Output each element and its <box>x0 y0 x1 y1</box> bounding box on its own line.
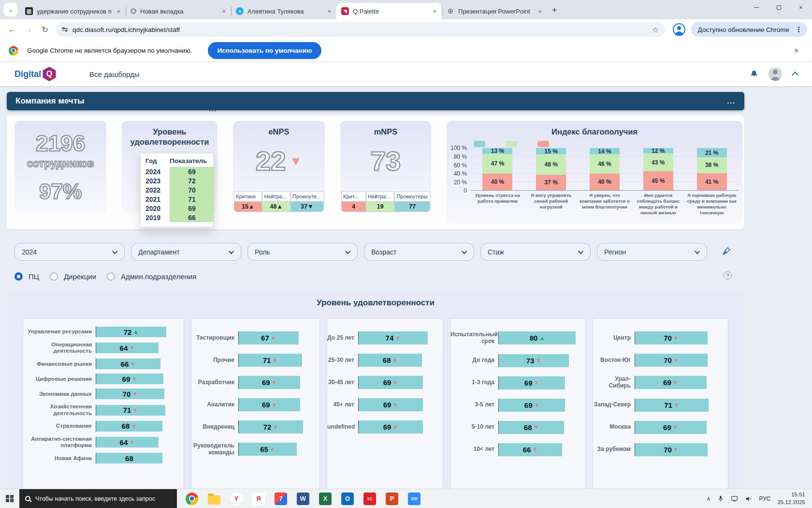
bar-label: 45+ лет <box>327 402 358 408</box>
window-maximize-icon[interactable] <box>768 0 790 15</box>
new-tab-button[interactable]: + <box>552 5 557 15</box>
filter-dropdown-4[interactable]: Стаж <box>480 243 591 261</box>
infobar-close-icon[interactable]: × <box>789 45 803 57</box>
panel-menu-icon[interactable]: ... <box>209 105 217 113</box>
taskbar-app-chrome[interactable] <box>181 489 203 508</box>
value-bar: 68▼ <box>359 354 422 367</box>
bar-value: 69 <box>524 379 533 387</box>
taskbar-app-ya[interactable]: Я <box>247 489 270 508</box>
filter-dropdown-2[interactable]: Роль <box>247 243 358 261</box>
mnps-title: mNPS <box>340 127 431 137</box>
bar-label: Москва <box>593 424 635 431</box>
powerpoint-icon: P <box>386 493 398 505</box>
value-bar: 74▼ <box>359 331 428 344</box>
browser-tab[interactable]: ◥Q.Palette× <box>336 3 442 19</box>
reload-icon[interactable]: ↻ <box>38 22 52 37</box>
filter-dropdown-5[interactable]: Регион <box>597 243 707 261</box>
radio-Дирекции[interactable] <box>50 272 58 281</box>
taskbar-app-colored-app[interactable]: 7 <box>270 489 292 508</box>
start-button[interactable] <box>0 489 19 508</box>
taskbar-app-excel[interactable]: X <box>314 489 336 508</box>
tab-close-icon[interactable]: × <box>536 8 543 15</box>
forward-icon[interactable]: → <box>21 22 36 37</box>
microphone-icon[interactable] <box>717 495 724 502</box>
nps-column-header: Крит... <box>341 191 366 202</box>
value-bar: 70▼ <box>635 443 708 456</box>
bar-row: Испытательный срок80▲ <box>450 331 585 345</box>
filter-dropdown-1[interactable]: Департамент <box>131 243 241 261</box>
bar-value: 72 <box>263 423 272 431</box>
nps-column-header: Нейтра... <box>366 191 394 202</box>
filter-dropdown-3[interactable]: Возраст <box>364 243 474 261</box>
x-label-slot: Я уверен, что компания заботится о моем … <box>578 193 632 216</box>
bar-label: 5-10 лет <box>450 424 498 431</box>
taskbar-app-explorer[interactable] <box>203 489 225 508</box>
bar-value: 72 <box>124 328 132 336</box>
year-cell: 2021 <box>145 194 170 204</box>
back-icon[interactable]: ← <box>5 22 19 37</box>
trend-down-icon: ▼ <box>272 357 278 364</box>
taskbar-search-input[interactable] <box>35 495 171 502</box>
set-default-button[interactable]: Использовать по умолчанию <box>208 42 322 59</box>
tab-close-icon[interactable]: × <box>431 8 438 15</box>
profile-icon[interactable] <box>673 23 685 36</box>
taskbar-app-word[interactable]: W <box>292 489 314 508</box>
tab-close-icon[interactable]: × <box>326 8 333 15</box>
chrome-logo-icon <box>9 46 18 56</box>
notifications-bell-icon[interactable]: 🔔︎ <box>750 70 758 78</box>
legend-swatch <box>506 141 517 147</box>
window-minimize-icon[interactable] <box>745 0 768 15</box>
tab-close-icon[interactable]: × <box>115 8 122 15</box>
tab-search-button[interactable]: ⌄ <box>4 3 17 16</box>
bookmark-star-icon[interactable]: ☆ <box>652 25 659 34</box>
user-avatar[interactable] <box>768 67 782 81</box>
filter-dropdown-0[interactable]: 2024 <box>14 243 125 261</box>
taskbar-app-zoom[interactable]: zm <box>403 489 425 508</box>
banner-menu-icon[interactable]: ... <box>727 97 736 105</box>
radio-ПЦ[interactable] <box>14 272 23 281</box>
taskbar-clock[interactable]: 15:51 25.12.2025 <box>777 491 805 506</box>
bar-area: 74▼ <box>358 331 438 344</box>
taskbar-search[interactable] <box>19 489 177 508</box>
taskbar-app-yandex[interactable]: Y <box>225 489 247 508</box>
speaker-icon[interactable] <box>745 495 752 502</box>
site-settings-icon[interactable] <box>62 28 68 31</box>
digital-q-logo[interactable]: Digital Q <box>14 67 57 81</box>
taskbar-app-onec[interactable]: 1С <box>359 489 381 508</box>
help-icon[interactable]: ? <box>724 271 732 280</box>
satisfaction-panel-roles: Тестировщик67▼Прочие71▼Разработчик69▼Ана… <box>191 318 320 496</box>
radio-Админ.подразделения[interactable] <box>107 272 115 281</box>
bar-row: 25-30 лет68▼ <box>327 354 443 367</box>
taskbar-app-outlook[interactable]: O <box>336 489 359 508</box>
address-bar[interactable]: qdc.diasoft.ru/qpdLichnyjkabinet/staff ☆ <box>56 22 665 37</box>
all-dashboards-link[interactable]: Все дашборды <box>89 70 140 78</box>
tab-close-icon[interactable]: × <box>220 8 227 15</box>
tray-chevron-up-icon[interactable]: ∧ <box>707 495 711 502</box>
url-text[interactable]: qdc.diasoft.ru/qpdLichnyjkabinet/staff <box>72 26 647 33</box>
bar-label: Экономика данных <box>23 391 96 397</box>
chrome-update-chip[interactable]: Доступно обновление Chrome ⋮ <box>691 22 807 37</box>
trend-down-icon: ▼ <box>272 402 277 408</box>
clear-filters-icon[interactable] <box>721 247 731 258</box>
browser-tab[interactable]: Новая вкладка× <box>126 3 231 19</box>
display-icon[interactable] <box>731 495 738 502</box>
bar-label: Разработчик <box>191 379 238 386</box>
browser-menu-icon[interactable]: ⋮ <box>793 25 804 34</box>
language-indicator[interactable]: РУС <box>759 495 770 502</box>
value-bar: 69▼ <box>635 376 707 389</box>
trend-down-icon: ▼ <box>392 424 398 431</box>
filter-value: Департамент <box>138 248 180 256</box>
legend-swatch <box>474 141 485 147</box>
browser-tab[interactable]: ▦удержание сотрудников план× <box>20 3 126 19</box>
bar-value: 68 <box>524 423 532 432</box>
bar-row: Хозяйственная деятельность71▼ <box>23 403 184 416</box>
filter-value: Регион <box>604 248 626 256</box>
browser-tab[interactable]: ⊕Презентация PowerPoint× <box>442 3 547 19</box>
satisfaction-section: Уровень удовлетворенности Управление рес… <box>7 291 744 508</box>
browser-tab[interactable]: ▸Алевтина Тулякова× <box>231 3 336 19</box>
collapse-chevron-icon[interactable] <box>792 72 798 78</box>
bar-value: 65 <box>260 445 268 453</box>
window-close-icon[interactable]: × <box>790 0 812 15</box>
nps-column-header: Нейтра... <box>262 191 290 202</box>
taskbar-app-powerpoint[interactable]: P <box>381 489 403 508</box>
